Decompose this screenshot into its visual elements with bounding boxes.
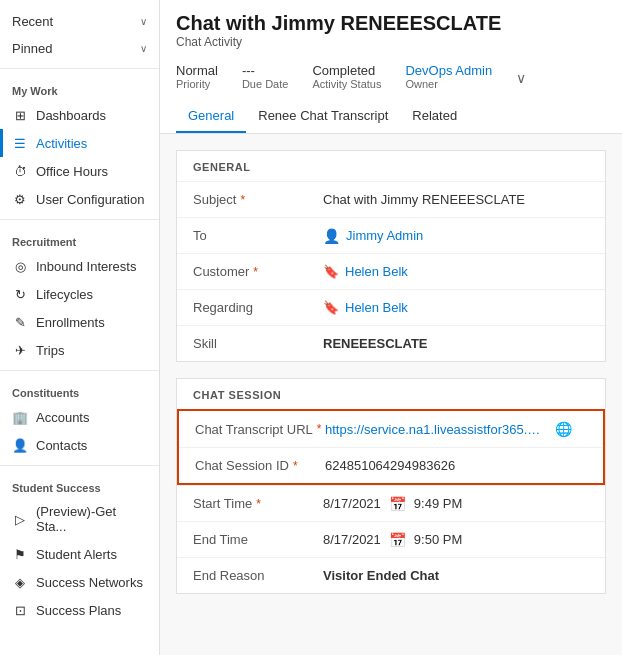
inbound-icon: ◎: [12, 258, 28, 274]
due-date-meta: --- Due Date: [242, 63, 288, 90]
end-time-label: End Time: [193, 532, 323, 547]
sidebar-item-lifecycles[interactable]: ↻ Lifecycles: [0, 280, 159, 308]
pinned-group[interactable]: Pinned ∨: [0, 35, 159, 62]
sidebar-item-label-trips: Trips: [36, 343, 64, 358]
end-time-row-inner: 8/17/2021 📅 9:50 PM: [323, 532, 462, 548]
start-calendar-icon[interactable]: 📅: [389, 496, 406, 512]
general-section-card: GENERAL Subject * Chat with Jimmy RENEEE…: [176, 150, 606, 362]
to-user-icon: 👤: [323, 228, 340, 244]
header-meta: Normal Priority --- Due Date Completed A…: [176, 57, 606, 96]
session-id-value: 624851064294983626: [325, 458, 587, 473]
end-reason-label: End Reason: [193, 568, 323, 583]
globe-icon[interactable]: 🌐: [555, 421, 572, 437]
start-time-row: Start Time * 8/17/2021 📅 9:49 PM: [177, 485, 605, 521]
sidebar-item-label-lifecycles: Lifecycles: [36, 287, 93, 302]
end-reason-value: Visitor Ended Chat: [323, 568, 589, 583]
regarding-label: Regarding: [193, 300, 323, 315]
content-area: GENERAL Subject * Chat with Jimmy RENEEE…: [160, 134, 622, 655]
activities-icon: ☰: [12, 135, 28, 151]
status-value: Completed: [312, 63, 381, 78]
sidebar-item-success-plans[interactable]: ⊡ Success Plans: [0, 596, 159, 624]
divider-3: [0, 370, 159, 371]
chat-url-label: Chat Transcript URL *: [195, 422, 325, 437]
customer-row: Customer * 🔖 Helen Belk: [177, 253, 605, 289]
to-value[interactable]: 👤 Jimmy Admin: [323, 228, 589, 244]
contacts-icon: 👤: [12, 437, 28, 453]
start-time-required: *: [256, 497, 261, 511]
office-hours-icon: ⏱: [12, 163, 28, 179]
regarding-value[interactable]: 🔖 Helen Belk: [323, 300, 589, 315]
to-value-text[interactable]: Jimmy Admin: [346, 228, 423, 243]
start-time-label: Start Time *: [193, 496, 323, 511]
end-reason-row: End Reason Visitor Ended Chat: [177, 557, 605, 593]
priority-label: Priority: [176, 78, 218, 90]
sidebar-item-label-inbound: Inbound Interests: [36, 259, 136, 274]
tab-transcript[interactable]: Renee Chat Transcript: [246, 100, 400, 133]
tabs-bar: General Renee Chat Transcript Related: [176, 100, 606, 133]
sidebar-item-enrollments[interactable]: ✎ Enrollments: [0, 308, 159, 336]
status-label: Activity Status: [312, 78, 381, 90]
regarding-entity-icon: 🔖: [323, 300, 339, 315]
owner-meta: DevOps Admin Owner: [405, 63, 492, 90]
sidebar-item-user-config[interactable]: ⚙ User Configuration: [0, 185, 159, 213]
divider-4: [0, 465, 159, 466]
session-id-row: Chat Session ID * 624851064294983626: [179, 447, 603, 483]
tab-general[interactable]: General: [176, 100, 246, 133]
sidebar-item-label-dashboards: Dashboards: [36, 108, 106, 123]
pinned-chevron: ∨: [140, 43, 147, 54]
get-started-icon: ▷: [12, 511, 28, 527]
regarding-row: Regarding 🔖 Helen Belk: [177, 289, 605, 325]
regarding-value-text[interactable]: Helen Belk: [345, 300, 408, 315]
sidebar-item-label-success-networks: Success Networks: [36, 575, 143, 590]
sidebar-item-label-enrollments: Enrollments: [36, 315, 105, 330]
sidebar-item-contacts[interactable]: 👤 Contacts: [0, 431, 159, 459]
success-networks-icon: ◈: [12, 574, 28, 590]
header-expand-button[interactable]: ∨: [516, 70, 526, 86]
owner-value[interactable]: DevOps Admin: [405, 63, 492, 78]
end-date-text: 8/17/2021: [323, 532, 381, 547]
sidebar-item-label-student-alerts: Student Alerts: [36, 547, 117, 562]
due-date-label: Due Date: [242, 78, 288, 90]
trips-icon: ✈: [12, 342, 28, 358]
general-section-title: GENERAL: [177, 151, 605, 181]
sidebar-item-office-hours[interactable]: ⏱ Office Hours: [0, 157, 159, 185]
student-success-section-label: Student Success: [0, 472, 159, 498]
customer-value-text[interactable]: Helen Belk: [345, 264, 408, 279]
sidebar-item-label-success-plans: Success Plans: [36, 603, 121, 618]
session-id-label: Chat Session ID *: [195, 458, 325, 473]
end-calendar-icon[interactable]: 📅: [389, 532, 406, 548]
highlighted-fields-container: Chat Transcript URL * https://service.na…: [177, 409, 605, 485]
page-subtitle: Chat Activity: [176, 35, 606, 49]
chat-url-row: Chat Transcript URL * https://service.na…: [179, 411, 603, 447]
sidebar-item-dashboards[interactable]: ⊞ Dashboards: [0, 101, 159, 129]
sidebar-item-student-alerts[interactable]: ⚑ Student Alerts: [0, 540, 159, 568]
subject-label: Subject *: [193, 192, 323, 207]
subject-row: Subject * Chat with Jimmy RENEEESCLATE: [177, 181, 605, 217]
divider-2: [0, 219, 159, 220]
chat-session-card: CHAT SESSION Chat Transcript URL * https…: [176, 378, 606, 594]
skill-row: Skill RENEEESCLATE: [177, 325, 605, 361]
start-time-value: 8/17/2021 📅 9:49 PM: [323, 496, 589, 512]
chat-url-link[interactable]: https://service.na1.liveassistfor365.com…: [325, 422, 545, 437]
sidebar-item-get-started[interactable]: ▷ (Preview)-Get Sta...: [0, 498, 159, 540]
sidebar-item-success-networks[interactable]: ◈ Success Networks: [0, 568, 159, 596]
owner-label: Owner: [405, 78, 492, 90]
tab-related[interactable]: Related: [400, 100, 469, 133]
sidebar-item-label-activities: Activities: [36, 136, 87, 151]
to-row: To 👤 Jimmy Admin: [177, 217, 605, 253]
sidebar-item-trips[interactable]: ✈ Trips: [0, 336, 159, 364]
sidebar-item-label-accounts: Accounts: [36, 410, 89, 425]
sidebar-item-label-contacts: Contacts: [36, 438, 87, 453]
success-plans-icon: ⊡: [12, 602, 28, 618]
customer-value[interactable]: 🔖 Helen Belk: [323, 264, 589, 279]
sidebar-item-activities[interactable]: ☰ Activities: [0, 129, 159, 157]
sidebar-item-accounts[interactable]: 🏢 Accounts: [0, 403, 159, 431]
enrollments-icon: ✎: [12, 314, 28, 330]
recent-group[interactable]: Recent ∨: [0, 8, 159, 35]
priority-value: Normal: [176, 63, 218, 78]
my-work-section-label: My Work: [0, 75, 159, 101]
sidebar-item-inbound[interactable]: ◎ Inbound Interests: [0, 252, 159, 280]
skill-label: Skill: [193, 336, 323, 351]
customer-label: Customer *: [193, 264, 323, 279]
student-alerts-icon: ⚑: [12, 546, 28, 562]
